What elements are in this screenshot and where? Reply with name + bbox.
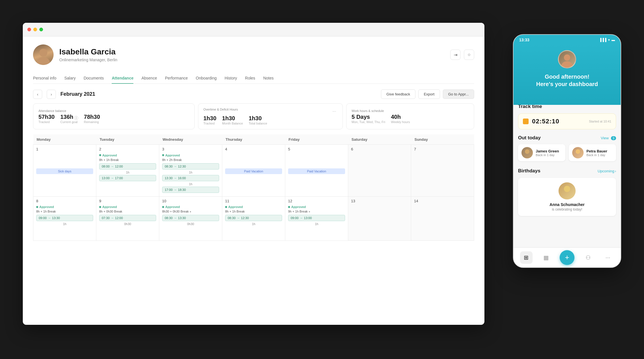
time-block: 13:00 → 17:00 [99, 175, 156, 181]
time-block: 09:00 → 13:30 [36, 215, 93, 221]
close-button[interactable] [27, 28, 31, 31]
day-10[interactable]: 10 Approved 8h30 + 0h30 Break ● 08:30 → … [159, 196, 222, 240]
overtime-label: Overtime & Deficit Hours [203, 108, 238, 111]
tab-salary[interactable]: Salary [64, 73, 76, 84]
nav-add-button[interactable]: + [560, 250, 574, 265]
wifi-icon: ▾ [608, 38, 610, 42]
mobile-status-icons: ▐▐▐ ▾ ▬ [599, 38, 615, 42]
day-2[interactable]: 2 Approved 8h + 1h Break 08:00 → 12:00 1… [96, 145, 159, 197]
sick-days-label: Sick days [36, 168, 93, 174]
search-button[interactable]: ○ [464, 50, 474, 60]
day-8[interactable]: 8 Approved 8h + 1h Break 09:00 → 13:30 1… [33, 196, 96, 240]
nav-calendar-button[interactable]: ▦ [540, 251, 552, 264]
track-time-card[interactable]: 02:52:10 Started at 10:41 [518, 113, 616, 129]
petra-status: Back in 1 day [586, 153, 607, 157]
ot-month-val: 1h30 [222, 115, 243, 122]
day-3[interactable]: 3 Approved 8h + 2h Break 08:30 → 12:30 1… [159, 145, 222, 197]
out-today-count: 9 [611, 136, 616, 140]
col-tuesday: Tuesday [96, 134, 159, 145]
days-sub: Mon, Tue, Wed, Thu, Fri [352, 120, 385, 124]
james-name: James Green [536, 149, 559, 153]
day-11[interactable]: 11 Approved 8h + 1h Break 08:30 → 12:30 … [222, 196, 285, 240]
share-button[interactable]: ⇥ [450, 50, 460, 60]
day-13[interactable]: 13 [348, 196, 411, 240]
approved-badge: Approved [162, 154, 180, 157]
tab-documents[interactable]: Documents [83, 73, 104, 84]
james-avatar [521, 147, 533, 158]
view-all-button[interactable]: View 9 [601, 136, 616, 140]
nav-more-button[interactable]: ··· [602, 251, 614, 264]
paid-vacation-label-5: Paid Vacation [288, 168, 345, 174]
nav-dashboard-button[interactable]: ⊞ [520, 251, 533, 264]
go-to-approvals-button[interactable]: Go to Appr... [443, 89, 474, 99]
day-4[interactable]: 4 Paid Vacation [222, 145, 285, 197]
remaining-label: Remaining [84, 120, 100, 124]
col-sunday: Sunday [411, 134, 474, 145]
tracked-val: 57h30 [38, 114, 55, 120]
profile-actions: ⇥ ○ [450, 50, 474, 60]
col-monday: Monday [33, 134, 96, 145]
upcoming-button[interactable]: Upcoming › [598, 169, 616, 173]
overtime-more-button[interactable]: ··· [331, 108, 337, 115]
tab-absence[interactable]: Absence [141, 73, 157, 84]
out-person-james[interactable]: James Green Back in 1 day [518, 144, 565, 161]
export-button[interactable]: Export [418, 89, 440, 99]
time-block: 08:00 → 12:00 [99, 163, 156, 170]
ot-month-label: Month Balance [222, 122, 243, 125]
day-7[interactable]: 7 [411, 145, 474, 197]
prev-month-button[interactable]: ‹ [33, 90, 42, 99]
birthday-name: Anna Schumacher [523, 202, 612, 207]
day-5[interactable]: 5 Paid Vacation [285, 145, 348, 197]
day-12[interactable]: 12 Approved 9h + 1h Break ● 09:00 → 13:0… [285, 196, 348, 240]
timer-started-at: Started at 10:41 [589, 120, 611, 123]
window-titlebar [23, 23, 484, 36]
approved-badge: Approved [36, 205, 54, 209]
mobile-window: 13:33 ▐▐▐ ▾ ▬ Good afternoon!Here's your… [513, 34, 621, 268]
out-person-petra[interactable]: Petra Bauer Back in 1 day [569, 144, 616, 161]
tab-attendance[interactable]: Attendance [112, 73, 133, 84]
next-month-button[interactable]: › [47, 90, 56, 99]
paid-vacation-label-4: Paid Vacation [225, 168, 282, 174]
day-9[interactable]: 9 Approved 8h + 0h30 Break 07:30 → 12:00… [96, 196, 159, 240]
overtime-card: Overtime & Deficit Hours ··· 1h30 Tracke… [198, 103, 343, 129]
tab-history[interactable]: History [225, 73, 237, 84]
tab-roles[interactable]: Roles [245, 73, 255, 84]
time-block: 09:00 → 13:00 [288, 215, 345, 221]
tab-performance[interactable]: Performance [165, 73, 188, 84]
day-6[interactable]: 6 [348, 145, 411, 197]
timer-display: 02:52:10 [532, 118, 559, 125]
tab-notes[interactable]: Notes [263, 73, 274, 84]
time-block: 08:30 → 13:30 [162, 215, 219, 221]
calendar-grid-wrapper: Monday Tuesday Wednesday Thursday Friday… [33, 134, 474, 241]
nav-tabs: Personal info Salary Documents Attendanc… [33, 73, 474, 84]
tracked-label: Tracked [38, 120, 55, 124]
battery-icon: ▬ [612, 38, 615, 42]
time-block: 17:00 → 18:30 [162, 187, 219, 193]
goal-label: Current goal [60, 120, 78, 124]
day-1[interactable]: 1 Sick days [33, 145, 96, 197]
ot-total-label: Total balance [249, 122, 267, 125]
out-today-title: Out today [518, 135, 541, 141]
nav-people-button[interactable]: ⚇ [582, 251, 594, 264]
tab-onboarding[interactable]: Onboarding [196, 73, 217, 84]
james-status: Back in 1 day [536, 153, 559, 157]
calendar-month-title: February 2021 [60, 91, 95, 97]
minimize-button[interactable] [33, 28, 37, 31]
mobile-bottom-nav: ⊞ ▦ + ⚇ ··· [513, 247, 621, 267]
profile-name: Isabella Garcia [59, 47, 117, 56]
desktop-window: Isabella Garcia Onlinemarketing Manager,… [23, 23, 484, 325]
col-saturday: Saturday [348, 134, 411, 145]
day-14[interactable]: 14 [411, 196, 474, 240]
mobile-status-bar: 13:33 ▐▐▐ ▾ ▬ [513, 35, 621, 44]
mobile-body[interactable]: Track time 02:52:10 Started at 10:41 Out… [513, 98, 621, 268]
tab-personal-info[interactable]: Personal info [33, 73, 56, 84]
petra-avatar [572, 147, 584, 158]
petra-name: Petra Bauer [586, 149, 607, 153]
approved-badge: Approved [162, 205, 180, 209]
ot-tracked-val: 1h30 [203, 115, 217, 122]
give-feedback-button[interactable]: Give feedback [381, 89, 415, 99]
mobile-header: Good afternoon!Here's your dashboard [513, 44, 621, 105]
maximize-button[interactable] [39, 28, 43, 31]
ot-tracked-label: Tracked [203, 122, 217, 125]
avatar [33, 44, 54, 65]
